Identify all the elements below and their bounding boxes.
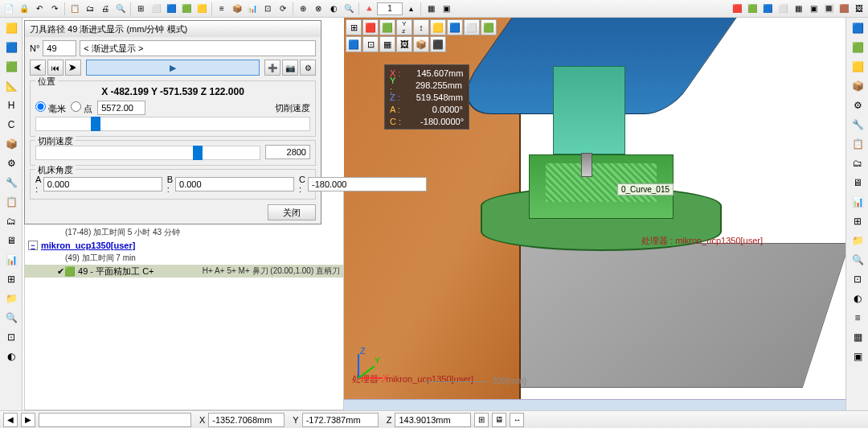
tr-8-icon[interactable]: 🟫 [837,2,851,16]
position-slider[interactable] [35,117,310,131]
vt-14-icon[interactable]: ⬛ [430,36,446,52]
vt-6-icon[interactable]: 🟦 [447,19,463,35]
tb-opt1-icon[interactable]: ▦ [424,2,438,16]
rd-5-icon[interactable]: ⚙ [848,97,867,114]
ld-10-icon[interactable]: 🗂 [2,212,21,230]
tb-layer2-icon[interactable]: 🟦 [164,2,178,16]
rd-7-icon[interactable]: 📋 [848,135,867,153]
rd-17-icon[interactable]: ▦ [848,328,867,346]
tb-spin-up-icon[interactable]: ▴ [403,2,418,16]
rd-6-icon[interactable]: 🔧 [848,116,867,134]
ld-15-icon[interactable]: 🔍 [2,309,21,327]
speed-slider[interactable] [35,146,260,160]
ld-11-icon[interactable]: 🖥 [2,232,21,249]
sb-opt3-icon[interactable]: ↔ [510,413,524,427]
ld-17-icon[interactable]: ◐ [2,348,21,365]
vt-11-icon[interactable]: ▦ [379,36,395,52]
ld-14-icon[interactable]: 📁 [2,290,21,307]
sb-blank-field[interactable] [39,413,191,427]
ld-8-icon[interactable]: 🔧 [2,174,21,191]
collapse-icon[interactable]: − [28,241,38,250]
ld-h-icon[interactable]: H [2,97,21,114]
tb-spinner[interactable] [377,2,403,15]
tr-1-icon[interactable]: 🟥 [730,2,744,16]
rd-4-icon[interactable]: 📦 [848,77,867,95]
tb-layer1-icon[interactable]: ⬜ [149,2,163,16]
ld-6-icon[interactable]: 📦 [2,135,21,153]
speed-value-input[interactable] [265,145,310,159]
vt-5-icon[interactable]: 🟨 [430,19,446,35]
point-radio[interactable]: 点 [71,101,92,115]
rd-1-icon[interactable]: 🟦 [848,19,867,37]
vt-8-icon[interactable]: 🟩 [481,19,497,35]
tb-undo-icon[interactable]: ↶ [32,2,47,16]
vt-12-icon[interactable]: 🖼 [396,36,412,52]
rd-16-icon[interactable]: ≡ [848,309,867,327]
rd-11-icon[interactable]: ⊞ [848,212,867,230]
panel-title[interactable]: 刀具路径 49 渐进式显示 (mm/分钟 模式) [25,21,321,37]
sb-opt1-icon[interactable]: ⊞ [474,413,489,427]
tb-lock-icon[interactable]: 🔒 [17,2,31,16]
ld-9-icon[interactable]: 📋 [2,193,21,211]
sb-nav2-icon[interactable]: ▶ [21,413,35,427]
rd-8-icon[interactable]: 🗂 [848,154,867,172]
ld-4-icon[interactable]: 📐 [2,77,21,95]
tb-print-icon[interactable]: 🖨 [98,2,113,16]
a-input[interactable] [43,177,162,191]
vt-10-icon[interactable]: ⊡ [362,36,379,52]
rewind-button[interactable]: ⏮ [47,60,63,76]
tb-chart-icon[interactable]: 📊 [245,2,260,16]
tb-zoom-icon[interactable]: 🔍 [342,2,356,16]
tr-3-icon[interactable]: 🟦 [760,2,775,16]
tr-4-icon[interactable]: ⬜ [776,2,790,16]
vt-2-icon[interactable]: 🟥 [362,19,379,35]
vt-9-icon[interactable]: 🟦 [346,36,362,52]
camera-button[interactable]: 📷 [282,60,298,76]
rd-3-icon[interactable]: 🟨 [848,58,867,76]
tr-2-icon[interactable]: 🟩 [745,2,760,16]
close-button[interactable]: 关闭 [268,204,316,220]
tb-opt2-icon[interactable]: ▣ [439,2,453,16]
tree-item-op49[interactable]: ✔🟩 49 - 平面精加工 C+ H+ A+ 5+ M+ 鼻刀 (20.00,1… [25,265,343,278]
3d-viewport[interactable]: 0_Curve_015 处理器 : mikron_ucp1350[user] 处… [344,18,845,410]
tb-file-icon[interactable]: 📄 [2,2,16,16]
ld-2-icon[interactable]: 🟦 [2,39,21,56]
ld-13-icon[interactable]: ⊞ [2,270,21,288]
sb-nav1-icon[interactable]: ◀ [3,413,18,427]
tb-remove-icon[interactable]: ⊗ [311,2,326,16]
n-input[interactable] [43,40,76,56]
gear-button[interactable]: ⚙ [300,60,316,76]
tb-refresh-icon[interactable]: ⟳ [276,2,290,16]
sb-opt2-icon[interactable]: 🖥 [492,413,506,427]
ld-3-icon[interactable]: 🟩 [2,58,21,76]
tb-folder-icon[interactable]: 🗂 [83,2,97,16]
b-input[interactable] [175,177,294,191]
tr-7-icon[interactable]: 🔳 [821,2,836,16]
vt-4-icon[interactable]: ↕ [413,19,429,35]
rd-2-icon[interactable]: 🟩 [848,39,867,56]
tb-box-icon[interactable]: 📦 [230,2,244,16]
ld-1-icon[interactable]: 🟨 [2,19,21,37]
tree-item-mikron[interactable]: −mikron_ucp1350[user] [25,239,343,252]
tb-redo-icon[interactable]: ↷ [47,2,62,16]
tb-view2-icon[interactable]: ◐ [326,2,341,16]
mm-radio[interactable]: 毫米 [35,101,66,115]
step-back-button[interactable]: ⮜ [30,60,46,76]
tr-5-icon[interactable]: ▦ [791,2,805,16]
rd-12-icon[interactable]: 📁 [848,232,867,249]
rd-9-icon[interactable]: 🖥 [848,174,867,191]
ld-c-icon[interactable]: C [2,116,21,134]
vt-13-icon[interactable]: 📦 [413,36,429,52]
tb-search-icon[interactable]: 🔍 [113,2,128,16]
incremental-display-dropdown[interactable]: < 渐进式显示 > [80,40,316,56]
ld-12-icon[interactable]: 📊 [2,251,21,269]
tb-menu-icon[interactable]: ≡ [215,2,229,16]
rd-15-icon[interactable]: ◐ [848,290,867,307]
viewport-scrollbar[interactable] [344,399,845,410]
tb-view1-icon[interactable]: ⊡ [260,2,275,16]
rd-18-icon[interactable]: ▣ [848,348,867,365]
tb-layer4-icon[interactable]: 🟨 [194,2,209,16]
vt-7-icon[interactable]: ⬜ [464,19,480,35]
tb-add-icon[interactable]: ⊕ [296,2,310,16]
vt-3-icon[interactable]: 🟩 [379,19,395,35]
